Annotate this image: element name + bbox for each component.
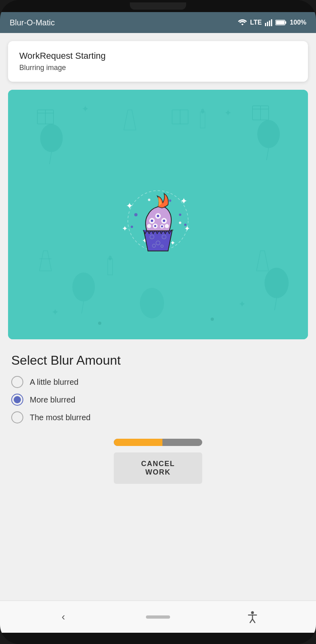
svg-point-65 (154, 225, 156, 227)
svg-text:✦: ✦ (224, 108, 232, 118)
radio-circle-more[interactable] (11, 394, 23, 406)
back-icon: ‹ (62, 611, 65, 623)
work-request-title: WorkRequest Starting (19, 51, 297, 61)
progress-bar (114, 439, 202, 446)
radio-label-most: The most blurred (30, 413, 90, 422)
svg-rect-28 (108, 259, 113, 275)
screen-content: WorkRequest Starting Blurring image (0, 33, 316, 601)
svg-point-48 (179, 222, 181, 224)
svg-text:✦: ✦ (51, 307, 59, 317)
svg-rect-2 (269, 21, 270, 26)
svg-point-7 (40, 124, 63, 152)
cancel-button-container: CANCEL WORK (11, 452, 305, 484)
phone-bottom-bar (0, 633, 316, 644)
svg-line-12 (275, 298, 277, 310)
battery-icon (275, 19, 287, 26)
blur-options-section: Select Blur Amount A little blurred More… (0, 343, 316, 429)
svg-point-62 (151, 220, 153, 222)
svg-point-64 (163, 220, 165, 222)
app-title: Blur-O-Matic (10, 18, 55, 27)
svg-line-8 (49, 152, 51, 164)
battery-percent: 100% (290, 19, 306, 26)
svg-line-71 (252, 619, 255, 623)
accessibility-icon (247, 611, 258, 623)
status-bar: Blur-O-Matic LTE 100% (0, 12, 316, 33)
radio-option-more[interactable]: More blurred (11, 394, 305, 406)
radio-circle-little[interactable] (11, 376, 23, 388)
svg-point-47 (148, 199, 150, 201)
svg-rect-5 (285, 21, 286, 24)
svg-text:✦: ✦ (82, 104, 89, 114)
svg-rect-0 (265, 23, 266, 26)
svg-point-41 (134, 213, 137, 217)
signal-icon (265, 19, 272, 26)
svg-point-34 (211, 318, 214, 321)
svg-point-42 (179, 214, 181, 216)
radio-circle-most[interactable] (11, 411, 23, 423)
svg-text:✦: ✦ (126, 201, 133, 211)
radio-inner-more (14, 396, 21, 403)
svg-point-31 (201, 109, 204, 114)
blur-section-title: Select Blur Amount (11, 353, 305, 368)
svg-point-29 (109, 256, 112, 260)
lte-label: LTE (250, 19, 262, 26)
work-request-card: WorkRequest Starting Blurring image (8, 41, 308, 82)
svg-point-61 (165, 224, 169, 228)
wifi-icon (238, 19, 247, 26)
progress-fill (114, 439, 162, 446)
radio-option-little[interactable]: A little blurred (11, 376, 305, 388)
svg-point-44 (184, 224, 187, 226)
cancel-work-button[interactable]: CANCEL WORK (114, 452, 202, 484)
svg-line-14 (82, 301, 84, 314)
svg-rect-1 (267, 22, 268, 26)
phone-top-bar (0, 0, 316, 12)
work-request-subtitle: Blurring image (19, 64, 297, 72)
svg-point-33 (98, 322, 101, 325)
svg-point-9 (257, 120, 280, 148)
cupcake-image: ✦ ✦ ✦ ✦ ✦ ✦ (118, 169, 198, 257)
svg-point-15 (140, 288, 164, 318)
svg-rect-6 (276, 21, 285, 25)
svg-line-10 (267, 148, 269, 160)
image-container: ✦ ✦ ✦ ✦ ✦ (8, 90, 308, 339)
svg-point-11 (265, 268, 289, 298)
home-button[interactable] (146, 605, 170, 629)
svg-point-67 (251, 611, 254, 614)
bottom-nav: ‹ (0, 601, 316, 633)
accessibility-button[interactable] (240, 605, 265, 629)
svg-point-63 (157, 215, 159, 217)
radio-label-more: More blurred (30, 395, 75, 405)
svg-point-46 (169, 200, 171, 202)
svg-text:✦: ✦ (238, 299, 246, 309)
svg-point-66 (161, 225, 163, 227)
back-button[interactable]: ‹ (51, 605, 76, 629)
radio-option-most[interactable]: The most blurred (11, 411, 305, 423)
svg-rect-3 (271, 19, 272, 26)
svg-line-70 (250, 619, 252, 623)
svg-point-13 (72, 272, 95, 301)
svg-rect-30 (200, 112, 205, 128)
home-icon (146, 615, 170, 619)
progress-bar-container (11, 439, 305, 446)
svg-point-43 (131, 226, 133, 228)
svg-point-60 (147, 224, 151, 228)
svg-text:✦: ✦ (180, 196, 187, 206)
radio-label-little: A little blurred (30, 378, 78, 387)
svg-text:✦: ✦ (122, 225, 128, 233)
phone-frame: Blur-O-Matic LTE 100% (0, 0, 316, 644)
phone-notch (130, 2, 186, 10)
svg-text:✦: ✦ (170, 239, 175, 246)
status-icons: LTE 100% (238, 19, 306, 26)
